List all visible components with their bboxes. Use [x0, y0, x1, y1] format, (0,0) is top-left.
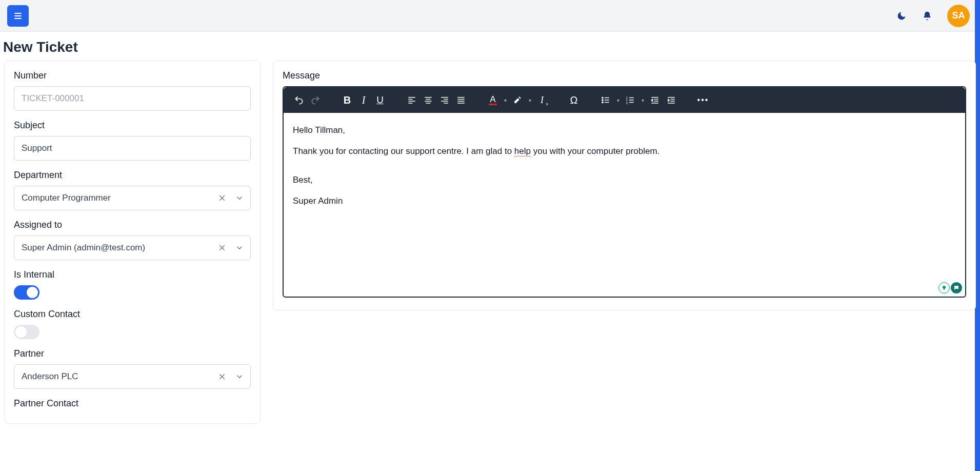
notifications-button[interactable] — [922, 10, 933, 22]
italic-button[interactable]: I — [356, 93, 371, 107]
bullet-list-button[interactable] — [598, 93, 613, 107]
assigned-clear[interactable] — [216, 242, 228, 254]
page-title: New Ticket — [0, 32, 980, 61]
bullet-list-icon — [601, 95, 610, 105]
department-label: Department — [14, 170, 251, 181]
underline-button[interactable]: U — [373, 93, 387, 107]
chevron-down-icon — [235, 372, 244, 381]
partner-dropdown[interactable] — [233, 370, 246, 383]
align-left-button[interactable] — [405, 93, 419, 107]
number-list-button[interactable]: 123 — [623, 93, 637, 107]
partner-label: Partner — [14, 348, 251, 359]
bell-icon — [922, 11, 932, 21]
outdent-button[interactable] — [648, 93, 662, 107]
special-char-button[interactable]: Ω — [567, 93, 581, 107]
font-color-button[interactable]: A — [486, 93, 500, 107]
user-avatar[interactable]: SA — [947, 5, 970, 27]
font-color-a: A — [489, 95, 496, 105]
number-list-caret[interactable]: ▾ — [639, 97, 646, 103]
department-value: Computer Programmer — [22, 193, 111, 203]
chevron-down-icon — [235, 243, 244, 252]
highlight-caret[interactable]: ▾ — [527, 97, 533, 103]
subject-label: Subject — [14, 120, 251, 131]
align-right-button[interactable] — [437, 93, 452, 107]
align-right-icon — [440, 95, 449, 105]
department-clear[interactable] — [216, 192, 228, 204]
partner-contact-label: Partner Contact — [14, 398, 251, 409]
svg-point-45 — [943, 286, 946, 289]
indent-icon — [667, 95, 676, 105]
partner-clear[interactable] — [216, 370, 228, 383]
close-icon — [218, 244, 226, 252]
align-center-button[interactable] — [421, 93, 435, 107]
svg-point-26 — [602, 100, 603, 101]
custom-contact-toggle[interactable] — [14, 325, 39, 339]
align-justify-icon — [456, 95, 466, 105]
assist-badge-1[interactable] — [938, 282, 950, 293]
align-justify-button[interactable] — [454, 93, 468, 107]
message-panel: Message B I U — [273, 61, 976, 310]
number-label: Number — [14, 70, 251, 81]
close-icon — [218, 372, 226, 381]
editor-assist-badges — [938, 282, 962, 293]
svg-rect-46 — [944, 289, 945, 290]
assist-badge-2[interactable] — [951, 282, 962, 293]
assigned-to-select[interactable]: Super Admin (admin@test.com) — [14, 235, 251, 260]
svg-text:3: 3 — [626, 102, 628, 105]
undo-icon — [294, 95, 304, 105]
chevron-down-icon — [235, 193, 244, 203]
clear-format-glyph: I — [541, 95, 544, 106]
redo-button[interactable] — [308, 93, 323, 107]
more-button[interactable]: ••• — [696, 93, 710, 107]
bullet-list-caret[interactable]: ▾ — [615, 97, 621, 103]
align-left-icon — [407, 95, 416, 105]
bulb-icon — [941, 285, 947, 291]
svg-point-25 — [602, 97, 603, 98]
message-label: Message — [283, 70, 966, 81]
is-internal-label: Is Internal — [14, 269, 251, 280]
assigned-dropdown[interactable] — [233, 242, 246, 254]
message-editor[interactable]: Hello Tillman, Thank you for contacting … — [283, 113, 966, 298]
editor-line-1: Hello Tillman, — [293, 124, 956, 137]
department-dropdown[interactable] — [233, 192, 246, 204]
svg-point-27 — [602, 102, 603, 103]
editor-signature: Super Admin — [293, 195, 956, 208]
moon-icon — [896, 11, 907, 21]
editor-signoff: Best, — [293, 174, 956, 187]
number-list-icon: 123 — [626, 95, 635, 105]
outdent-icon — [650, 95, 659, 105]
hamburger-icon — [13, 11, 23, 21]
chat-icon — [953, 285, 959, 291]
highlight-button[interactable] — [510, 93, 525, 107]
avatar-initials: SA — [952, 10, 965, 21]
bold-button[interactable]: B — [340, 93, 354, 107]
dark-mode-toggle[interactable] — [896, 10, 907, 22]
ticket-form-panel: Number Subject Department Computer Progr… — [4, 61, 261, 424]
is-internal-toggle[interactable] — [14, 285, 39, 300]
subject-input[interactable] — [14, 136, 251, 161]
partner-select[interactable]: Anderson PLC — [14, 364, 251, 389]
align-center-icon — [424, 95, 433, 105]
spellcheck-word: help — [514, 146, 531, 156]
assigned-to-label: Assigned to — [14, 220, 251, 230]
editor-line-2: Thank you for contacting our support cen… — [293, 145, 956, 158]
clear-format-button[interactable]: Ix — [535, 93, 549, 107]
number-input[interactable] — [14, 86, 251, 111]
department-select[interactable]: Computer Programmer — [14, 186, 251, 210]
indent-button[interactable] — [664, 93, 678, 107]
undo-button[interactable] — [292, 93, 306, 107]
menu-toggle-button[interactable] — [7, 5, 29, 27]
editor-toolbar: B I U A ▾ ▾ — [284, 87, 965, 113]
custom-contact-label: Custom Contact — [14, 309, 251, 320]
highlight-icon — [513, 95, 522, 105]
redo-icon — [310, 95, 321, 105]
top-bar: SA — [0, 0, 980, 32]
partner-value: Anderson PLC — [22, 371, 78, 382]
close-icon — [218, 194, 226, 202]
assigned-to-value: Super Admin (admin@test.com) — [22, 243, 145, 253]
font-color-caret[interactable]: ▾ — [502, 97, 508, 103]
